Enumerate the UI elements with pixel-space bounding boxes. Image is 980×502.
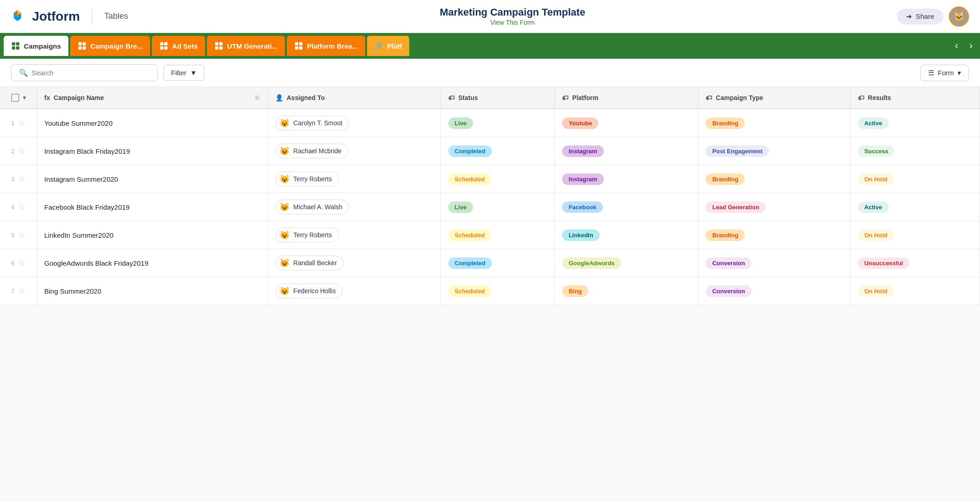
share-icon: ➜	[906, 12, 912, 21]
assignee-pill: 😺 Federico Hollis	[275, 284, 343, 298]
svg-rect-7	[12, 42, 15, 45]
platform-cell: Youtube	[555, 109, 698, 137]
assignee-emoji: 😺	[279, 258, 290, 268]
campaign-name-cell: Instagram Black Friday2019	[37, 137, 268, 165]
platform-badge: GoogleAdwords	[562, 257, 621, 269]
svg-rect-12	[83, 42, 86, 45]
sort-icon[interactable]: ☆	[254, 94, 260, 101]
tab-utm-label: UTM Generati...	[227, 42, 278, 50]
col-campaign-name: fx Campaign Name ☆	[37, 87, 268, 109]
tab-next-button[interactable]: ›	[966, 38, 976, 54]
col-results: 🏷 Results	[850, 87, 980, 109]
tab-campaign-bre[interactable]: Campaign Bre...	[70, 36, 150, 56]
assignee-emoji: 😺	[279, 202, 290, 212]
assignee-pill: 😺 Carolyn T. Smoot	[275, 116, 349, 130]
tab-ad-sets[interactable]: Ad Sets	[152, 36, 205, 56]
row-star[interactable]: ☆	[18, 258, 25, 268]
campaign-type-cell: Branding	[698, 109, 850, 137]
platform-badge: Facebook	[562, 201, 603, 213]
svg-rect-11	[78, 42, 82, 45]
campaign-name-value: Instagram Summer2020	[45, 175, 118, 183]
tab-prev-button[interactable]: ‹	[951, 38, 962, 54]
table-row: 6 ☆ GoogleAdwords Black Friday2019 😺 Ran…	[0, 249, 980, 277]
svg-rect-18	[164, 46, 167, 50]
table-body: 1 ☆ Youtube Summer2020 😺 Carolyn T. Smoo…	[0, 109, 980, 305]
row-number: 1	[11, 120, 14, 127]
assignee-pill: 😺 Michael A. Walsh	[275, 200, 349, 214]
avatar[interactable]: 🐱	[949, 6, 969, 27]
toolbar: 🔍 Filter ▼ ☰ Form ▾	[0, 59, 980, 87]
form-view-button[interactable]: ☰ Form ▾	[920, 65, 969, 81]
table-row: 7 ☆ Bing Summer2020 😺 Federico Hollis Sc…	[0, 277, 980, 305]
row-star[interactable]: ☆	[18, 286, 25, 296]
platform-badge: Instagram	[562, 145, 603, 157]
tab-utm-generati[interactable]: UTM Generati...	[207, 36, 285, 56]
campaign-type-badge: Conversion	[706, 285, 752, 297]
assignee-emoji: 😺	[279, 118, 290, 128]
status-badge: Live	[448, 201, 473, 213]
header-right: ➜ Share 🐱	[897, 6, 969, 27]
campaigns-table: ▾ fx Campaign Name ☆ 👤 Assigned To 🏷 Sta…	[0, 87, 980, 305]
search-input[interactable]	[32, 69, 150, 77]
svg-rect-17	[160, 46, 163, 50]
assignee-pill: 😺 Randall Becker	[275, 256, 344, 270]
form-view-label: Form	[938, 69, 954, 77]
row-number: 5	[11, 232, 14, 239]
select-chevron[interactable]: ▾	[23, 95, 26, 101]
platform-cell: LinkedIn	[555, 221, 698, 249]
table-row: 5 ☆ LinkedIn Summer2020 😺 Terry Roberts …	[0, 221, 980, 249]
campaign-type-badge: Lead Generation	[706, 201, 766, 213]
row-star[interactable]: ☆	[18, 230, 25, 240]
tab-platform-brea[interactable]: Platform Brea...	[287, 36, 365, 56]
campaign-type-cell: Post Engagement	[698, 137, 850, 165]
svg-rect-14	[83, 46, 86, 50]
results-cell: Active	[850, 109, 980, 137]
app-header: Jotform Tables Marketing Campaign Templa…	[0, 0, 980, 33]
results-cell: Unsuccessful	[850, 249, 980, 277]
campaign-name-value: Youtube Summer2020	[45, 119, 113, 127]
avatar-emoji: 🐱	[954, 11, 964, 22]
col-platform: 🏷 Platform	[555, 87, 698, 109]
svg-rect-23	[295, 42, 298, 45]
tab-utm-icon	[214, 41, 223, 50]
tab-campaign-bre-icon	[78, 41, 87, 50]
tab-platf[interactable]: 🔗 Platf	[367, 36, 410, 56]
form-view-icon: ☰	[928, 69, 934, 77]
tag-icon-status: 🏷	[448, 94, 455, 101]
filter-button[interactable]: Filter ▼	[163, 65, 205, 81]
tab-campaigns[interactable]: Campaigns	[4, 36, 68, 56]
row-select-cell: 1 ☆	[0, 109, 37, 137]
jotform-logo-icon	[11, 8, 28, 25]
assignee-pill: 😺 Terry Roberts	[275, 228, 339, 242]
svg-rect-16	[164, 42, 167, 45]
svg-rect-19	[215, 42, 218, 45]
view-form-link[interactable]: View This Form	[490, 19, 535, 26]
status-badge: Scheduled	[448, 229, 491, 241]
campaign-name-value: Instagram Black Friday2019	[45, 147, 130, 155]
status-cell: Live	[440, 193, 555, 221]
campaign-type-cell: Conversion	[698, 249, 850, 277]
row-star[interactable]: ☆	[18, 118, 25, 128]
svg-rect-24	[299, 42, 302, 45]
status-cell: Completed	[440, 137, 555, 165]
share-button[interactable]: ➜ Share	[897, 9, 943, 24]
campaign-name-cell: Youtube Summer2020	[37, 109, 268, 137]
row-star[interactable]: ☆	[18, 202, 25, 212]
tag-icon-results: 🏷	[858, 94, 864, 101]
person-icon: 👤	[275, 94, 283, 101]
col-campaign-type: 🏷 Campaign Type	[698, 87, 850, 109]
search-box[interactable]: 🔍	[11, 64, 158, 81]
select-all-checkbox[interactable]	[11, 94, 19, 102]
share-label: Share	[916, 12, 934, 20]
header-center: Marketing Campaign Template View This Fo…	[128, 6, 897, 27]
row-star[interactable]: ☆	[18, 146, 25, 156]
row-star[interactable]: ☆	[18, 174, 25, 184]
campaign-type-cell: Lead Generation	[698, 193, 850, 221]
col-select: ▾	[0, 87, 37, 109]
platform-badge: Instagram	[562, 173, 603, 185]
table-row: 1 ☆ Youtube Summer2020 😺 Carolyn T. Smoo…	[0, 109, 980, 137]
status-cell: Completed	[440, 249, 555, 277]
assigned-to-cell: 😺 Rachael Mcbride	[268, 137, 440, 165]
assigned-to-cell: 😺 Randall Becker	[268, 249, 440, 277]
row-number: 4	[11, 204, 14, 211]
